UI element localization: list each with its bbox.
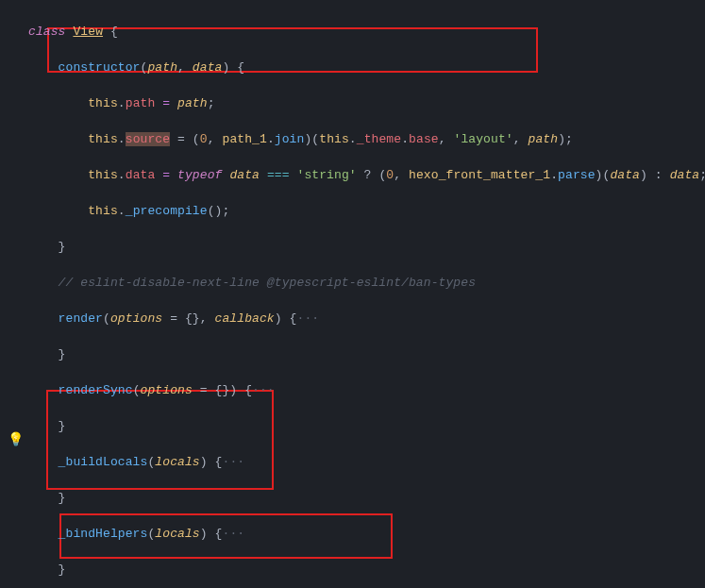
code-line: renderSync(options = {}) {··· [28,381,705,399]
fold-icon[interactable]: ··· [222,527,244,541]
code-line: this.data = typeof data === 'string' ? (… [28,166,705,184]
code-line: } [28,489,705,507]
fold-icon[interactable]: ··· [222,455,244,469]
code-line: _buildLocals(locals) {··· [28,453,705,471]
code-line: this.path = path; [28,94,705,112]
code-line: render(options = {}, callback) {··· [28,310,705,328]
code-line: class View { [28,23,705,41]
code-line: } [28,561,705,579]
code-line: } [28,238,705,256]
lightbulb-icon[interactable]: 💡 [8,431,24,449]
code-line: // eslint-disable-next-line @typescript-… [28,274,705,292]
fold-icon[interactable]: ··· [252,383,275,397]
code-line: _bindHelpers(locals) {··· [28,525,705,543]
code-line: } [28,345,705,363]
code-editor[interactable]: class View { constructor(path, data) { t… [0,0,705,588]
code-line: this._precompile(); [28,202,705,220]
code-line: } [28,417,705,435]
fold-icon[interactable]: ··· [297,311,320,326]
code-line: this.source = (0, path_1.join)(this._the… [28,130,705,148]
code-line: constructor(path, data) { [28,59,705,76]
